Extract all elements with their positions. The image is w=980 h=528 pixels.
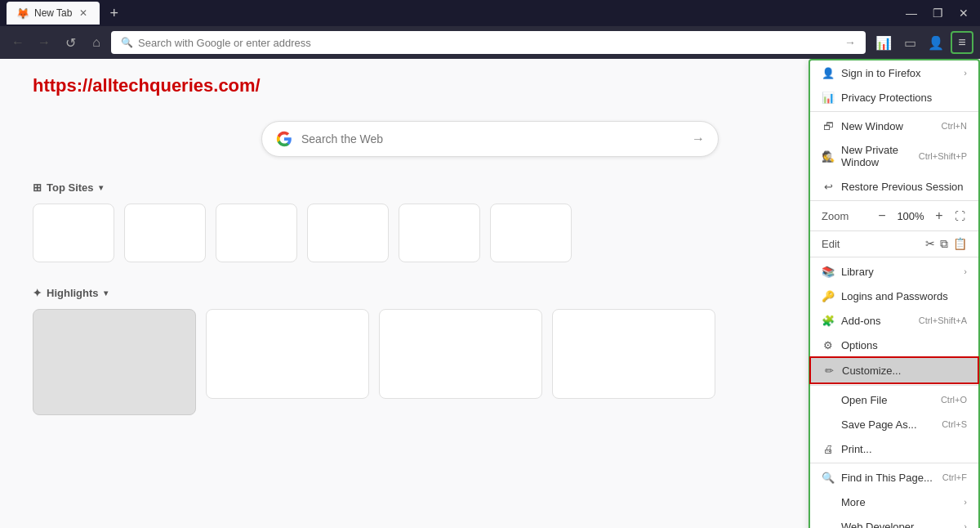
- highlight-card[interactable]: [206, 309, 369, 399]
- addons-label: Add-ons: [841, 315, 912, 327]
- menu-item-privacy[interactable]: 📊 Privacy Protections: [810, 85, 978, 110]
- new-window-icon: 🗗: [822, 119, 835, 132]
- tab-close-button[interactable]: ✕: [77, 7, 90, 20]
- more-label: More: [841, 496, 957, 508]
- account-icon[interactable]: 👤: [924, 31, 947, 54]
- library-icon: 📚: [822, 265, 835, 278]
- cut-icon[interactable]: ✂: [925, 237, 935, 251]
- menu-item-more[interactable]: More ›: [810, 490, 978, 514]
- new-private-label: New Private Window: [841, 144, 912, 168]
- save-page-icon: [822, 418, 835, 431]
- top-site-card[interactable]: [33, 204, 114, 262]
- synced-tabs-icon[interactable]: 📊: [872, 31, 895, 54]
- address-go-icon: →: [844, 36, 856, 49]
- top-site-card[interactable]: [216, 204, 297, 262]
- active-tab[interactable]: 🦊 New Tab ✕: [7, 2, 100, 25]
- web-search-bar[interactable]: →: [261, 121, 719, 157]
- back-button[interactable]: ←: [7, 31, 29, 54]
- reload-button[interactable]: ↺: [59, 31, 82, 54]
- zoom-row: Zoom − 100% + ⛶: [810, 203, 978, 229]
- containers-icon[interactable]: ▭: [898, 31, 921, 54]
- highlights-sparkle-icon: ✦: [33, 287, 42, 299]
- zoom-label: Zoom: [822, 210, 868, 222]
- forward-button[interactable]: →: [33, 31, 56, 54]
- new-window-label: New Window: [841, 120, 935, 132]
- google-logo: [275, 130, 293, 148]
- edit-icons: ✂ ⧉ 📋: [925, 237, 967, 251]
- window-controls: — ❐ ✕: [902, 3, 973, 23]
- privacy-label: Privacy Protections: [841, 92, 967, 104]
- web-dev-icon: [822, 520, 835, 528]
- highlight-card[interactable]: [379, 309, 542, 399]
- find-shortcut: Ctrl+F: [942, 472, 967, 482]
- highlight-card[interactable]: [33, 309, 196, 415]
- new-private-icon: 🕵: [822, 150, 835, 163]
- menu-item-restore-session[interactable]: ↩ Restore Previous Session: [810, 174, 978, 199]
- menu-item-options[interactable]: ⚙ Options: [810, 333, 978, 357]
- address-input[interactable]: [138, 37, 840, 49]
- zoom-expand-button[interactable]: ⛶: [953, 208, 967, 224]
- hamburger-dropdown-menu: 👤 Sign in to Firefox › 📊 Privacy Protect…: [808, 59, 980, 528]
- menu-item-open-file[interactable]: Open File Ctrl+O: [810, 387, 978, 412]
- hamburger-menu-button[interactable]: ≡: [951, 31, 973, 54]
- search-input[interactable]: [301, 132, 684, 145]
- restore-session-icon: ↩: [822, 180, 835, 193]
- top-sites-chevron[interactable]: ▾: [99, 183, 103, 192]
- more-arrow: ›: [964, 497, 967, 507]
- menu-item-new-private[interactable]: 🕵 New Private Window Ctrl+Shift+P: [810, 138, 978, 174]
- paste-icon[interactable]: 📋: [953, 237, 967, 251]
- menu-item-customize[interactable]: ✏ Customize... ↖: [809, 356, 979, 384]
- web-dev-arrow: ›: [964, 521, 967, 528]
- sign-in-arrow: ›: [964, 68, 967, 78]
- web-dev-label: Web Developer: [841, 521, 957, 529]
- tab-label: New Tab: [34, 7, 72, 19]
- close-button[interactable]: ✕: [954, 3, 973, 23]
- menu-divider: [810, 257, 978, 257]
- zoom-value: 100%: [896, 210, 925, 222]
- logins-label: Logins and Passwords: [841, 290, 967, 302]
- highlights-chevron[interactable]: ▾: [104, 289, 108, 298]
- customize-label: Customize...: [842, 365, 966, 377]
- address-bar[interactable]: 🔍 →: [111, 31, 866, 54]
- menu-item-find[interactable]: 🔍 Find in This Page... Ctrl+F: [810, 465, 978, 490]
- menu-divider: [810, 230, 978, 231]
- menu-item-web-dev[interactable]: Web Developer ›: [810, 514, 978, 528]
- highlights-label: Highlights: [47, 287, 99, 299]
- new-private-shortcut: Ctrl+Shift+P: [919, 151, 967, 161]
- top-site-card[interactable]: [124, 204, 206, 262]
- top-sites-grid-icon: ⊞: [33, 181, 42, 194]
- minimize-button[interactable]: —: [902, 3, 921, 23]
- menu-divider: [810, 200, 978, 201]
- more-icon: [822, 495, 835, 508]
- title-bar: 🦊 New Tab ✕ + — ❐ ✕: [0, 0, 980, 26]
- menu-item-print[interactable]: 🖨 Print...: [810, 436, 978, 461]
- options-icon: ⚙: [822, 338, 835, 351]
- menu-item-addons[interactable]: 🧩 Add-ons Ctrl+Shift+A: [810, 308, 978, 333]
- edit-label: Edit: [822, 238, 920, 250]
- home-button[interactable]: ⌂: [85, 31, 108, 54]
- menu-item-new-window[interactable]: 🗗 New Window Ctrl+N: [810, 114, 978, 138]
- top-site-card[interactable]: [490, 204, 572, 262]
- zoom-out-button[interactable]: −: [873, 207, 891, 225]
- addons-shortcut: Ctrl+Shift+A: [919, 315, 967, 325]
- menu-divider: [810, 111, 978, 112]
- menu-divider: [810, 463, 978, 463]
- zoom-in-button[interactable]: +: [930, 207, 948, 225]
- highlight-card[interactable]: [552, 309, 715, 399]
- restore-button[interactable]: ❐: [928, 3, 947, 23]
- menu-item-library[interactable]: 📚 Library ›: [810, 259, 978, 284]
- navigation-bar: ← → ↺ ⌂ 🔍 → 📊 ▭ 👤 ≡: [0, 26, 980, 59]
- top-site-card[interactable]: [307, 204, 389, 262]
- menu-divider: [810, 385, 978, 386]
- print-icon: 🖨: [822, 442, 835, 455]
- open-file-icon: [822, 393, 835, 406]
- print-label: Print...: [841, 443, 967, 455]
- open-file-label: Open File: [841, 394, 934, 406]
- menu-item-save-page[interactable]: Save Page As... Ctrl+S: [810, 412, 978, 436]
- menu-item-sign-in[interactable]: 👤 Sign in to Firefox ›: [810, 60, 978, 85]
- logins-icon: 🔑: [822, 289, 835, 302]
- top-site-card[interactable]: [399, 204, 480, 262]
- new-tab-button[interactable]: +: [106, 5, 122, 22]
- menu-item-logins[interactable]: 🔑 Logins and Passwords: [810, 284, 978, 308]
- copy-icon[interactable]: ⧉: [940, 237, 948, 251]
